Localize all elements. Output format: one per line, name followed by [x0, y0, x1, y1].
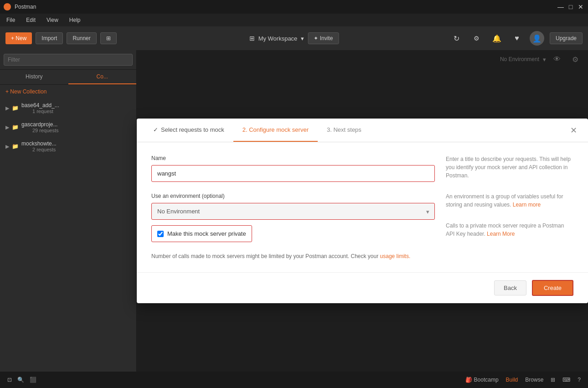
help-name-text: Enter a title to describe your requests.…	[446, 155, 573, 180]
keyboard-icon[interactable]: ⌨	[562, 377, 570, 383]
collection-count: 29 requests	[21, 128, 58, 133]
usage-note: Number of calls made to mock servers mig…	[151, 253, 435, 259]
env-select[interactable]: No Environment	[151, 203, 435, 220]
folder-icon: 📁	[12, 143, 19, 150]
private-checkbox-group: Make this mock server private	[151, 225, 252, 242]
private-label[interactable]: Make this mock server private	[167, 230, 246, 237]
close-button[interactable]: ✕	[577, 3, 584, 10]
env-label: Use an environment (optional)	[151, 193, 435, 199]
invite-button[interactable]: ✦ Invite	[308, 32, 339, 44]
step-2-label: 2. Configure mock server	[242, 126, 309, 133]
notifications-icon[interactable]: 🔔	[490, 31, 504, 46]
bootcamp-label[interactable]: 🎒 Bootcamp	[465, 377, 498, 383]
sync-button[interactable]: ↻	[449, 31, 464, 46]
list-item[interactable]: ▶ 📁 mockshowte... 2 requests	[0, 137, 136, 156]
search-icon[interactable]: 🔍	[17, 377, 24, 383]
tab-collections[interactable]: Co...	[68, 70, 137, 84]
folder-icon: 📁	[12, 105, 19, 111]
menu-help[interactable]: Help	[67, 16, 83, 24]
workspace-chevron-icon: ▾	[301, 35, 304, 42]
env-select-wrapper: No Environment ▾	[151, 203, 435, 220]
tab-history[interactable]: History	[0, 70, 68, 84]
settings-icon[interactable]: ⚙	[469, 31, 484, 46]
build-label[interactable]: Build	[506, 377, 518, 383]
runner-button[interactable]: Runner	[67, 32, 96, 44]
list-item[interactable]: ▶ 📁 base64_add_... 1 request	[0, 98, 136, 118]
content-area: No Environment ▾ 👁 ⚙ ✓ Select requests t…	[137, 50, 588, 372]
private-checkbox[interactable]	[157, 231, 164, 237]
upgrade-button[interactable]: Upgrade	[550, 32, 583, 44]
heart-icon[interactable]: ♥	[510, 31, 524, 46]
name-input[interactable]	[151, 165, 435, 182]
step-1[interactable]: ✓ Select requests to mock	[144, 119, 233, 142]
modal-header: ✓ Select requests to mock 2. Configure m…	[137, 119, 588, 142]
folder-icon: 📁	[12, 124, 19, 130]
menu-view[interactable]: View	[45, 16, 60, 24]
menu-edit[interactable]: Edit	[24, 16, 37, 24]
step-3-label: 3. Next steps	[327, 126, 361, 133]
modal-body: Name Use an environment (optional) No En…	[137, 142, 588, 272]
list-item[interactable]: ▶ 📁 gascardproje... 29 requests	[0, 118, 136, 137]
modal-backdrop: ✓ Select requests to mock 2. Configure m…	[137, 50, 588, 372]
check-icon: ✓	[153, 126, 158, 133]
step-2[interactable]: 2. Configure mock server	[233, 119, 318, 142]
help-env-text: An environment is a group of variables u…	[446, 192, 573, 209]
toolbar: + New Import Runner ⊞ ⊞ My Workspace ▾ ✦…	[0, 26, 588, 50]
new-collection-button[interactable]: + New Collection	[0, 85, 136, 98]
learn-more-env-link[interactable]: Learn more	[513, 202, 541, 208]
user-avatar[interactable]: 👤	[530, 31, 544, 46]
sidebar: History Co... + New Collection ▶ 📁 base6…	[0, 50, 137, 372]
maximize-button[interactable]: □	[567, 3, 574, 10]
status-bar: ⊡ 🔍 ⬛ 🎒 Bootcamp Build Browse ⊞ ⌨ ?	[0, 372, 588, 388]
minimize-button[interactable]: —	[557, 3, 564, 10]
configure-mock-modal: ✓ Select requests to mock 2. Configure m…	[137, 119, 588, 303]
collection-count: 1 request	[21, 109, 59, 114]
chevron-right-icon: ▶	[5, 124, 9, 130]
env-field-group: Use an environment (optional) No Environ…	[151, 193, 435, 242]
modal-form: Name Use an environment (optional) No En…	[151, 155, 435, 259]
new-button[interactable]: + New	[5, 32, 32, 44]
collection-name: mockshowte...	[21, 140, 57, 147]
menu-bar: File Edit View Help	[0, 14, 588, 26]
collection-count: 2 requests	[21, 147, 57, 152]
name-label: Name	[151, 155, 435, 161]
create-button[interactable]: Create	[532, 280, 573, 296]
step-3[interactable]: 3. Next steps	[318, 119, 371, 142]
console-icon[interactable]: ⬛	[30, 377, 36, 383]
step-1-label: Select requests to mock	[161, 126, 224, 133]
help-private-section: Calls to a private mock server require a…	[446, 222, 573, 238]
browse-label[interactable]: Browse	[525, 377, 543, 383]
sidebar-tabs: History Co...	[0, 70, 136, 85]
layout-icon[interactable]: ⊡	[7, 377, 12, 383]
import-button[interactable]: Import	[36, 32, 63, 44]
app-title: Postman	[15, 4, 36, 10]
usage-link[interactable]: usage limits.	[380, 253, 411, 259]
search-input[interactable]	[4, 54, 133, 66]
monitor-button[interactable]: ⊞	[100, 32, 117, 44]
modal-close-button[interactable]: ✕	[567, 124, 581, 137]
chevron-right-icon: ▶	[5, 144, 9, 150]
workspace-label[interactable]: My Workspace	[258, 35, 298, 42]
title-bar: Postman — □ ✕	[0, 0, 588, 14]
main-area: History Co... + New Collection ▶ 📁 base6…	[0, 50, 588, 372]
grid-icon: ⊞	[249, 35, 255, 42]
menu-file[interactable]: File	[5, 16, 17, 24]
collection-name: gascardproje...	[21, 121, 58, 128]
collection-name: base64_add_...	[21, 102, 59, 109]
modal-footer: Back Create	[137, 272, 588, 303]
sidebar-search-container	[0, 50, 136, 70]
help-name-section: Enter a title to describe your requests.…	[446, 155, 573, 180]
chevron-right-icon: ▶	[5, 105, 9, 111]
modal-help: Enter a title to describe your requests.…	[446, 155, 573, 259]
help-icon[interactable]: ?	[578, 377, 581, 383]
app-logo	[4, 3, 11, 10]
name-field-group: Name	[151, 155, 435, 182]
help-private-text: Calls to a private mock server require a…	[446, 222, 573, 238]
learn-more-private-link[interactable]: Learn More	[487, 231, 515, 237]
help-env-section: An environment is a group of variables u…	[446, 192, 573, 209]
back-button[interactable]: Back	[494, 280, 526, 295]
expand-icon[interactable]: ⊞	[551, 377, 555, 383]
